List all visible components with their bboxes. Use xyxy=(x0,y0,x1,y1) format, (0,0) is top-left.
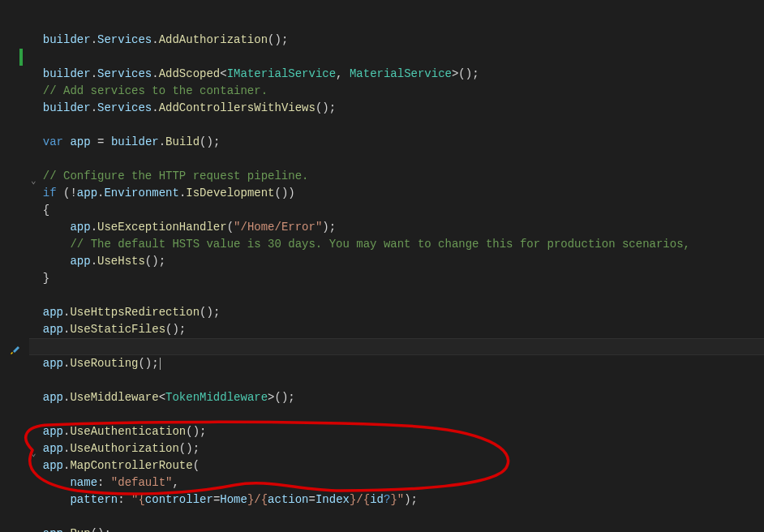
identifier: app xyxy=(70,135,90,148)
code-line[interactable]: app.Run(); xyxy=(29,527,111,532)
method: UseHttpsRedirection xyxy=(70,306,200,319)
keyword: if xyxy=(43,187,57,200)
comment: // The default HSTS value is 30 days. Yo… xyxy=(70,238,690,251)
identifier: app xyxy=(43,459,63,472)
code-line[interactable]: if (!app.Environment.IsDevelopment()) xyxy=(29,187,295,200)
code-line[interactable]: app.UseRouting(); xyxy=(29,357,161,370)
identifier: Services xyxy=(97,67,152,80)
code-line[interactable]: app.UseMiddleware<TokenMiddleware>(); xyxy=(29,391,295,404)
type: IMaterialService xyxy=(227,67,336,80)
code-line[interactable]: app.UseHttpsRedirection(); xyxy=(29,306,220,319)
code-line[interactable]: builder.Services.AddScoped<IMaterialServ… xyxy=(29,67,479,80)
lightbulb-icon[interactable] xyxy=(8,343,21,356)
code-line[interactable]: app.MapControllerRoute( xyxy=(29,459,200,472)
method: MapControllerRoute xyxy=(70,459,192,472)
code-line[interactable]: // Configure the HTTP request pipeline. xyxy=(29,169,308,182)
code-line[interactable]: app.UseHsts(); xyxy=(29,255,165,268)
code-line[interactable]: app.UseStaticFiles(); xyxy=(29,323,186,336)
method: UseRouting xyxy=(70,357,138,370)
method: UseMiddleware xyxy=(70,391,158,404)
identifier: app xyxy=(43,306,63,319)
param: pattern xyxy=(70,493,118,506)
identifier: app xyxy=(43,442,63,455)
code-editor[interactable]: builder.Services.AddAuthorization(); bui… xyxy=(29,15,690,532)
change-indicator xyxy=(19,49,23,66)
identifier: Services xyxy=(97,101,152,114)
text-cursor xyxy=(160,358,161,370)
type: TokenMiddleware xyxy=(165,391,268,404)
identifier: app xyxy=(70,221,90,234)
identifier: app xyxy=(77,187,97,200)
identifier: builder xyxy=(111,135,159,148)
method: IsDevelopment xyxy=(186,187,274,200)
method: UseExceptionHandler xyxy=(97,221,227,234)
identifier: app xyxy=(43,357,63,370)
identifier: builder xyxy=(43,67,91,80)
code-line[interactable]: app.UseExceptionHandler("/Home/Error"); xyxy=(29,221,336,234)
code-line[interactable]: var app = builder.Build(); xyxy=(29,135,220,148)
string: "/Home/Error" xyxy=(234,221,322,234)
keyword: var xyxy=(43,135,63,148)
method: UseHsts xyxy=(97,255,145,268)
identifier: Environment xyxy=(104,187,178,200)
identifier: app xyxy=(43,391,63,404)
method: UseStaticFiles xyxy=(70,323,165,336)
gutter xyxy=(0,0,29,532)
code-line[interactable]: } xyxy=(29,272,49,285)
method: Run xyxy=(70,527,90,532)
code-line[interactable]: // The default HSTS value is 30 days. Yo… xyxy=(29,238,690,251)
identifier: builder xyxy=(43,101,91,114)
method: Build xyxy=(165,135,200,148)
param: name xyxy=(70,476,97,489)
code-line[interactable]: { xyxy=(29,204,49,217)
identifier: app xyxy=(43,425,63,438)
code-line[interactable]: app.UseAuthorization(); xyxy=(29,442,200,455)
comment: // Configure the HTTP request pipeline. xyxy=(43,169,309,182)
code-line[interactable]: builder.Services.AddAuthorization(); xyxy=(29,33,288,46)
method: AddControllersWithViews xyxy=(159,101,315,114)
method: AddScoped xyxy=(159,67,221,80)
string: "default" xyxy=(111,476,173,489)
method: UseAuthorization xyxy=(70,442,178,455)
identifier: Services xyxy=(97,33,152,46)
identifier: builder xyxy=(43,33,91,46)
identifier: app xyxy=(70,255,90,268)
type: MaterialService xyxy=(350,67,452,80)
code-line[interactable]: app.UseAuthentication(); xyxy=(29,425,206,438)
code-line[interactable]: // Add services to the container. xyxy=(29,84,268,97)
identifier: app xyxy=(43,527,63,532)
method: UseAuthentication xyxy=(70,425,186,438)
code-line[interactable]: builder.Services.AddControllersWithViews… xyxy=(29,101,336,114)
method: AddAuthorization xyxy=(159,33,268,46)
comment: // Add services to the container. xyxy=(43,84,268,97)
identifier: app xyxy=(43,323,63,336)
code-line[interactable]: name: "default", xyxy=(29,476,179,489)
code-line[interactable]: pattern: "{controller=Home}/{action=Inde… xyxy=(29,493,418,506)
